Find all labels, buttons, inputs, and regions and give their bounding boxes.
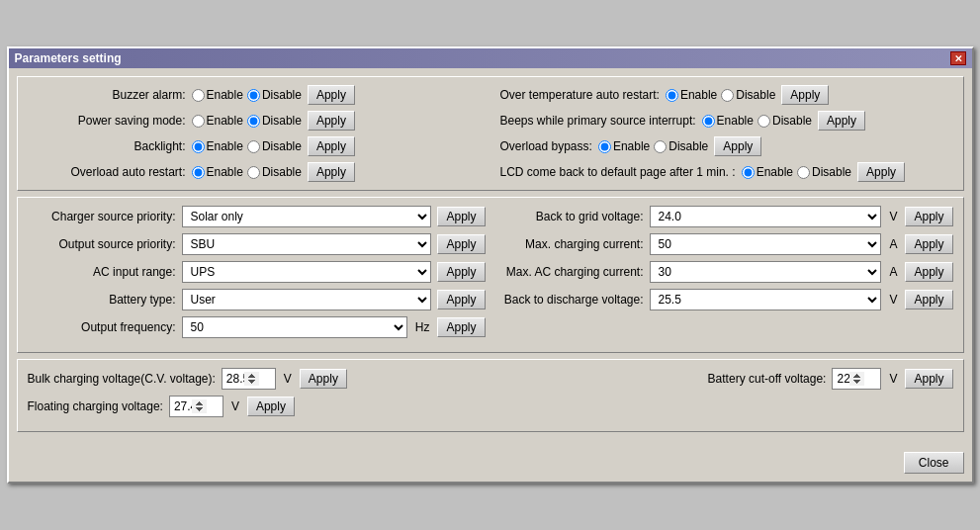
right-disable-radio-1[interactable]: Disable	[757, 114, 812, 128]
bottom-right-col: Battery cut-off voltage:VApply	[495, 368, 953, 423]
bottom-left-label-1: Floating charging voltage:	[28, 399, 163, 413]
top-row-3: Overload auto restart: Enable DisableApp…	[28, 162, 953, 182]
bottom-right-input-0[interactable]	[832, 368, 881, 390]
close-icon[interactable]: ✕	[950, 51, 966, 65]
right-disable-radio-3[interactable]: Disable	[797, 165, 851, 179]
mid-right-row-0: Back to grid voltage:24.024.224.424.6VAp…	[495, 206, 953, 227]
left-disable-radio-3[interactable]: Disable	[247, 165, 302, 179]
bottom-left-col: Bulk charging voltage(C.V. voltage):VApp…	[28, 368, 486, 423]
bottom-right-label-0: Battery cut-off voltage:	[708, 372, 827, 386]
mid-left-unit-4: Hz	[415, 320, 430, 334]
content-area: Buzzer alarm: Enable DisableApplyOver te…	[9, 68, 972, 446]
right-label-2: Overload bypass:	[500, 139, 592, 153]
spinner-section: Bulk charging voltage(C.V. voltage):VApp…	[17, 359, 964, 432]
mid-right-label-3: Back to discharge voltage:	[495, 293, 644, 307]
mid-left-label-2: AC input range:	[28, 265, 176, 279]
mid-right-col: Back to grid voltage:24.024.224.424.6VAp…	[495, 206, 953, 344]
mid-right-apply-1[interactable]: Apply	[905, 234, 952, 254]
mid-right-unit-1: A	[889, 237, 897, 251]
mid-right-label-0: Back to grid voltage:	[495, 210, 644, 223]
footer: Close	[9, 446, 972, 482]
left-enable-radio-3[interactable]: Enable	[192, 165, 243, 179]
mid-left-select-2[interactable]: UPSAppliance	[182, 261, 432, 283]
mid-right-unit-2: A	[889, 265, 897, 279]
dropdown-section: Charger source priority:Solar onlySolar …	[17, 197, 964, 353]
right-enable-radio-3[interactable]: Enable	[742, 165, 793, 179]
mid-right-row-3: Back to discharge voltage:24.024.525.025…	[495, 289, 953, 310]
right-apply-btn-2[interactable]: Apply	[714, 136, 761, 156]
mid-right-apply-0[interactable]: Apply	[905, 207, 952, 226]
mid-left-select-1[interactable]: SBUUtilitySolar	[182, 233, 432, 255]
mid-right-apply-3[interactable]: Apply	[905, 290, 952, 309]
top-row-2: Backlight: Enable DisableApplyOverload b…	[28, 136, 953, 156]
top-row-1: Power saving mode: Enable DisableApplyBe…	[28, 111, 953, 131]
left-disable-radio-0[interactable]: Disable	[247, 88, 302, 102]
mid-left-row-1: Output source priority:SBUUtilitySolarAp…	[28, 233, 486, 255]
bottom-left-input-0[interactable]	[222, 368, 276, 390]
bottom-right-apply-0[interactable]: Apply	[905, 369, 952, 389]
mid-left-apply-3[interactable]: Apply	[437, 290, 485, 309]
mid-left-apply-0[interactable]: Apply	[437, 207, 485, 226]
bottom-left-unit-0: V	[284, 372, 292, 386]
right-apply-btn-1[interactable]: Apply	[818, 111, 865, 131]
right-enable-radio-1[interactable]: Enable	[702, 114, 754, 128]
right-disable-radio-2[interactable]: Disable	[654, 139, 708, 153]
left-disable-radio-2[interactable]: Disable	[247, 139, 302, 153]
bottom-right-row-0: Battery cut-off voltage:VApply	[495, 368, 953, 390]
close-button[interactable]: Close	[904, 452, 964, 474]
mid-right-apply-2[interactable]: Apply	[905, 262, 952, 282]
left-apply-btn-2[interactable]: Apply	[308, 136, 355, 156]
right-label-3: LCD come back to default page after 1 mi…	[500, 165, 736, 179]
left-label-1: Power saving mode:	[28, 114, 186, 128]
mid-left-select-0[interactable]: Solar onlySolar firstUtility first	[182, 206, 432, 227]
left-enable-radio-1[interactable]: Enable	[192, 114, 243, 128]
mid-right-select-3[interactable]: 24.024.525.025.526.0	[650, 289, 882, 310]
bottom-two-col: Bulk charging voltage(C.V. voltage):VApp…	[28, 368, 953, 423]
left-enable-radio-2[interactable]: Enable	[192, 139, 243, 153]
mid-left-row-2: AC input range:UPSApplianceApply	[28, 261, 486, 283]
left-label-3: Overload auto restart:	[28, 165, 186, 179]
mid-right-row-2: Max. AC charging current:1020304050AAppl…	[495, 261, 953, 283]
bottom-left-apply-0[interactable]: Apply	[300, 369, 347, 389]
bottom-left-unit-1: V	[231, 399, 239, 413]
mid-left-apply-2[interactable]: Apply	[437, 262, 485, 282]
mid-left-label-0: Charger source priority:	[28, 210, 176, 223]
mid-left-apply-4[interactable]: Apply	[437, 317, 485, 337]
left-apply-btn-0[interactable]: Apply	[308, 85, 355, 105]
bottom-left-input-1[interactable]	[169, 396, 223, 417]
right-apply-btn-3[interactable]: Apply	[857, 162, 905, 182]
mid-right-unit-0: V	[889, 210, 897, 223]
mid-left-row-3: Battery type:UserAGMFloodedLiApply	[28, 289, 486, 310]
bottom-left-label-0: Bulk charging voltage(C.V. voltage):	[28, 372, 216, 386]
mid-left-col: Charger source priority:Solar onlySolar …	[28, 206, 486, 344]
left-apply-btn-1[interactable]: Apply	[308, 111, 355, 131]
left-enable-radio-0[interactable]: Enable	[192, 88, 243, 102]
right-apply-btn-0[interactable]: Apply	[781, 85, 829, 105]
bottom-left-apply-1[interactable]: Apply	[247, 397, 295, 416]
parameters-window: Parameters setting ✕ Buzzer alarm: Enabl…	[7, 46, 974, 484]
mid-left-select-3[interactable]: UserAGMFloodedLi	[182, 289, 432, 310]
mid-right-select-1[interactable]: 102030405060	[650, 233, 882, 255]
top-row-0: Buzzer alarm: Enable DisableApplyOver te…	[28, 85, 953, 105]
right-enable-radio-2[interactable]: Enable	[598, 139, 650, 153]
mid-right-select-2[interactable]: 1020304050	[650, 261, 882, 283]
mid-left-select-4[interactable]: 5060	[182, 316, 407, 338]
bottom-right-unit-0: V	[889, 372, 897, 386]
mid-left-label-4: Output frequency:	[28, 320, 176, 334]
right-label-0: Over temperature auto restart:	[500, 88, 660, 102]
right-label-1: Beeps while primary source interrupt:	[500, 114, 696, 128]
window-title: Parameters setting	[15, 51, 122, 65]
bottom-left-row-0: Bulk charging voltage(C.V. voltage):VApp…	[28, 368, 486, 390]
enable-disable-section: Buzzer alarm: Enable DisableApplyOver te…	[17, 76, 964, 191]
mid-left-apply-1[interactable]: Apply	[437, 234, 485, 254]
mid-left-row-4: Output frequency:5060HzApply	[28, 316, 486, 338]
right-disable-radio-0[interactable]: Disable	[721, 88, 775, 102]
mid-two-col: Charger source priority:Solar onlySolar …	[28, 206, 953, 344]
right-enable-radio-0[interactable]: Enable	[666, 88, 717, 102]
left-apply-btn-3[interactable]: Apply	[308, 162, 355, 182]
left-disable-radio-1[interactable]: Disable	[247, 114, 302, 128]
mid-right-label-2: Max. AC charging current:	[495, 265, 644, 279]
mid-right-unit-3: V	[889, 293, 897, 307]
mid-right-select-0[interactable]: 24.024.224.424.6	[650, 206, 882, 227]
bottom-left-row-1: Floating charging voltage:VApply	[28, 396, 486, 417]
